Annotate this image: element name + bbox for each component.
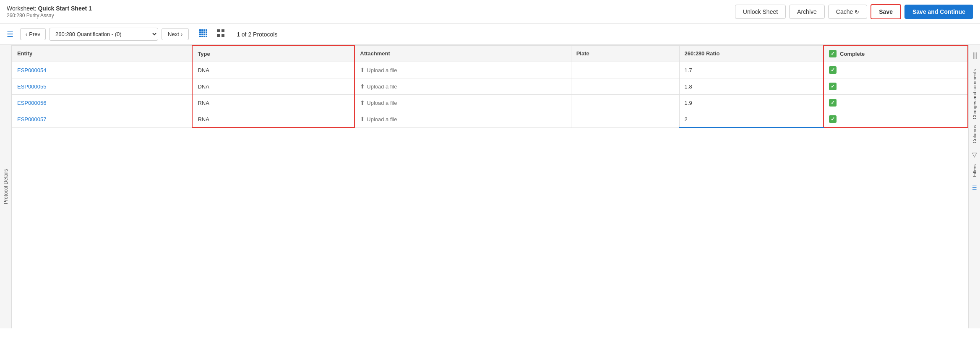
ratio-cell[interactable]: 1.8 xyxy=(679,78,824,95)
col-header-ratio: 260:280 Ratio xyxy=(679,45,824,62)
entity-link[interactable]: ESP000056 xyxy=(17,100,46,106)
attachment-cell: ⬆ Upload a file xyxy=(354,111,571,128)
ratio-cell[interactable]: 1.7 xyxy=(679,62,824,78)
header-row: Entity Type Attachment Plate 260:280 Rat… xyxy=(12,45,968,62)
upload-button[interactable]: ⬆ Upload a file xyxy=(360,83,566,90)
save-and-continue-button[interactable]: Save and Continue xyxy=(904,5,973,19)
plate-cell xyxy=(571,62,679,78)
columns-label[interactable]: Columns xyxy=(972,125,977,143)
col-header-plate: Plate xyxy=(571,45,679,62)
changes-comments-label[interactable]: Changes and comments xyxy=(972,69,977,119)
col-header-type: Type xyxy=(192,45,354,62)
svg-rect-11 xyxy=(206,34,207,35)
table-row: ESP000057 RNA ⬆ Upload a file 2 xyxy=(12,111,968,128)
prev-button[interactable]: ‹ Prev xyxy=(20,28,46,40)
svg-rect-9 xyxy=(201,34,203,35)
entity-link[interactable]: ESP000057 xyxy=(17,116,46,122)
svg-rect-8 xyxy=(199,34,201,35)
ratio-cell[interactable]: 1.9 xyxy=(679,95,824,111)
upload-icon: ⬆ xyxy=(360,83,365,90)
svg-rect-19 xyxy=(222,34,224,37)
type-cell: DNA xyxy=(192,78,354,95)
cache-refresh-icon: ↻ xyxy=(855,9,859,15)
type-cell: RNA xyxy=(192,111,354,128)
ratio-cell[interactable]: 2 xyxy=(679,111,824,128)
loose-grid-icon xyxy=(216,29,225,37)
left-sidebar: Protocol Details xyxy=(0,45,12,328)
table-container: Entity Type Attachment Plate 260:280 Rat… xyxy=(12,45,968,328)
upload-button[interactable]: ⬆ Upload a file xyxy=(360,67,566,73)
attachment-cell: ⬆ Upload a file xyxy=(354,62,571,78)
upload-button[interactable]: ⬆ Upload a file xyxy=(360,99,566,106)
right-hamburger-icon[interactable]: ☰ xyxy=(972,185,977,191)
dense-grid-view-button[interactable] xyxy=(195,27,211,41)
entity-cell: ESP000054 xyxy=(12,62,193,78)
entity-link[interactable]: ESP000055 xyxy=(17,83,46,90)
toolbar: ☰ ‹ Prev 260:280 Quantification - (0) Ne… xyxy=(0,24,980,45)
table-row: ESP000056 RNA ⬆ Upload a file 1.9 xyxy=(12,95,968,111)
attachment-cell: ⬆ Upload a file xyxy=(354,95,571,111)
upload-icon: ⬆ xyxy=(360,67,365,73)
svg-rect-15 xyxy=(206,36,207,37)
subtitle: 260:280 Purity Assay xyxy=(7,13,92,18)
plate-cell xyxy=(571,111,679,128)
next-label: Next xyxy=(168,31,179,37)
col-header-complete: Complete xyxy=(824,45,968,62)
upload-label: Upload a file xyxy=(367,67,397,73)
svg-rect-2 xyxy=(203,29,205,31)
complete-cell xyxy=(824,95,968,111)
loose-grid-view-button[interactable] xyxy=(213,27,228,41)
save-button[interactable]: Save xyxy=(871,4,901,19)
unlock-sheet-button[interactable]: Unlock Sheet xyxy=(735,5,786,19)
complete-checkbox[interactable] xyxy=(829,66,837,74)
complete-header-checkbox[interactable] xyxy=(829,50,837,57)
svg-rect-5 xyxy=(201,31,203,33)
svg-rect-18 xyxy=(217,34,220,37)
entity-cell: ESP000057 xyxy=(12,111,193,128)
upload-icon: ⬆ xyxy=(360,99,365,106)
header-actions: Unlock Sheet Archive Cache ↻ Save Save a… xyxy=(735,4,973,19)
protocol-select[interactable]: 260:280 Quantification - (0) xyxy=(49,28,158,41)
next-chevron-icon: › xyxy=(181,31,182,37)
data-table: Entity Type Attachment Plate 260:280 Rat… xyxy=(12,45,968,128)
upload-button[interactable]: ⬆ Upload a file xyxy=(360,116,566,122)
svg-rect-0 xyxy=(199,29,201,31)
svg-rect-17 xyxy=(222,29,224,32)
svg-rect-7 xyxy=(206,31,207,33)
svg-rect-13 xyxy=(201,36,203,37)
cache-button[interactable]: Cache ↻ xyxy=(828,5,867,19)
complete-checkbox[interactable] xyxy=(829,99,837,107)
prev-label: Prev xyxy=(29,31,40,37)
header-title: Worksheet: Quick Start Sheet 1 260:280 P… xyxy=(7,5,92,18)
filters-label[interactable]: Filters xyxy=(972,164,977,177)
svg-rect-10 xyxy=(203,34,205,35)
svg-rect-6 xyxy=(203,31,205,33)
entity-cell: ESP000056 xyxy=(12,95,193,111)
prev-chevron-icon: ‹ xyxy=(26,31,27,37)
main-layout: Protocol Details Entity Type Attachment … xyxy=(0,45,980,328)
cache-label: Cache xyxy=(836,8,853,15)
upload-label: Upload a file xyxy=(367,83,397,90)
col-header-attachment: Attachment xyxy=(354,45,571,62)
complete-checkbox[interactable] xyxy=(829,83,837,90)
protocol-details-label: Protocol Details xyxy=(3,169,9,204)
upload-label: Upload a file xyxy=(367,100,397,106)
svg-rect-4 xyxy=(199,31,201,33)
entity-link[interactable]: ESP000054 xyxy=(17,67,46,73)
view-icons xyxy=(195,27,228,41)
plate-cell xyxy=(571,95,679,111)
table-header: Entity Type Attachment Plate 260:280 Rat… xyxy=(12,45,968,62)
complete-cell xyxy=(824,111,968,128)
type-cell: RNA xyxy=(192,95,354,111)
next-button[interactable]: Next › xyxy=(162,28,189,40)
complete-checkbox[interactable] xyxy=(829,115,837,123)
attachment-cell: ⬆ Upload a file xyxy=(354,78,571,95)
protocols-count: 1 of 2 Protocols xyxy=(237,31,277,38)
hamburger-icon[interactable]: ☰ xyxy=(7,30,13,39)
complete-header-label: Complete xyxy=(840,51,865,57)
filter-icon[interactable]: ▽ xyxy=(972,151,977,159)
header: Worksheet: Quick Start Sheet 1 260:280 P… xyxy=(0,0,980,24)
svg-rect-1 xyxy=(201,29,203,31)
archive-button[interactable]: Archive xyxy=(789,5,825,19)
svg-rect-16 xyxy=(217,29,220,32)
